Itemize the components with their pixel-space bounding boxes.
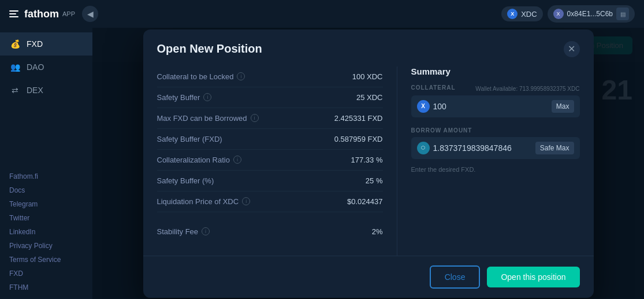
wallet-icon: X — [553, 9, 564, 19]
wallet-address: 0x84E1...5C6b — [567, 10, 613, 18]
safety-buffer-label: Safety Buffer i — [157, 93, 212, 102]
sidebar-link-terms[interactable]: Terms of Service — [0, 253, 92, 267]
sidebar-fxd-label: FXD — [27, 39, 43, 49]
main-content: ⊕ Open Position 21 You have not opened a… — [92, 28, 644, 299]
sidebar-item-fxd[interactable]: 💰 FXD — [0, 32, 92, 56]
safety-buffer-info-icon[interactable]: i — [203, 93, 211, 101]
collateral-locked-label: Collateral to be Locked i — [157, 72, 245, 81]
modal-title: Open New Position — [157, 42, 262, 56]
stability-fee-row: Stability Fee i 2% — [157, 222, 383, 242]
logo-app-label: APP — [62, 10, 75, 17]
sidebar-link-twitter[interactable]: Twitter — [0, 211, 92, 225]
open-this-position-button[interactable]: Open this position — [487, 267, 579, 287]
stability-fee-value: 2% — [372, 227, 383, 236]
sidebar-link-privacy[interactable]: Privacy Policy — [0, 239, 92, 253]
sidebar-link-fthm[interactable]: FTHM — [0, 280, 92, 294]
sidebar-link-fathom[interactable]: Fathom.fi — [0, 169, 92, 183]
safety-buffer-pct-value: 25 % — [366, 176, 383, 185]
topnav-right: X XDC X 0x84E1...5C6b ▤ — [501, 5, 635, 23]
fxd-input-icon: ⬡ — [417, 142, 430, 154]
collateral-locked-value: 100 XDC — [352, 72, 383, 81]
topnav-left: fathom APP ◀ — [9, 6, 98, 22]
xdc-input-icon: X — [417, 100, 430, 113]
safety-buffer-pct-label: Safety Buffer (%) — [157, 176, 214, 185]
hint-text: Enter the desired FXD. — [411, 166, 580, 173]
table-row: Safety Buffer (FXD) 0.587959 FXD — [157, 129, 383, 150]
table-row: Collateralization Ratio i 177.33 % — [157, 150, 383, 171]
table-row: Max FXD can be Borrowed i 2.425331 FXD — [157, 108, 383, 129]
fxd-icon: 💰 — [9, 38, 21, 50]
modal-footer: Close Open this position — [143, 256, 594, 298]
max-fxd-label: Max FXD can be Borrowed i — [157, 114, 259, 123]
wallet-expand-icon[interactable]: ▤ — [616, 8, 629, 20]
close-modal-button[interactable]: Close — [430, 265, 481, 289]
wallet-available-text: Wallet Available: 713.99958932375 XDC — [475, 86, 579, 92]
borrow-input-box: ⬡ 1.8373719839847846 Safe Max — [411, 137, 580, 159]
liquidation-price-value: $0.024437 — [347, 197, 382, 206]
sidebar-link-docs[interactable]: Docs — [0, 183, 92, 197]
safe-max-button[interactable]: Safe Max — [535, 142, 574, 154]
collateral-section-label: COLLATERAL — [411, 84, 456, 91]
borrow-input-value[interactable]: 1.8373719839847846 — [433, 143, 512, 153]
logo: fathom APP — [9, 8, 75, 20]
hamburger-icon — [9, 10, 18, 17]
safety-buffer-value: 25 XDC — [356, 93, 383, 102]
collateral-ratio-label: Collateralization Ratio i — [157, 156, 241, 164]
top-navbar: fathom APP ◀ X XDC X 0x84E1...5C6b ▤ — [0, 0, 644, 28]
table-row: Safety Buffer i 25 XDC — [157, 87, 383, 108]
open-position-modal: Open New Position ✕ Collateral to be Loc… — [143, 29, 594, 298]
sidebar-link-telegram[interactable]: Telegram — [0, 197, 92, 211]
safety-buffer-fxd-label: Safety Buffer (FXD) — [157, 135, 222, 143]
collateral-ratio-value: 177.33 % — [351, 156, 383, 164]
max-fxd-value: 2.425331 FXD — [334, 114, 383, 123]
modal-body: Collateral to be Locked i 100 XDC Safety… — [143, 67, 594, 256]
safety-buffer-fxd-value: 0.587959 FXD — [334, 135, 383, 143]
table-row: Collateral to be Locked i 100 XDC — [157, 67, 383, 87]
dao-icon: 👥 — [9, 61, 21, 73]
sidebar-dao-label: DAO — [27, 62, 44, 72]
back-button[interactable]: ◀ — [82, 6, 98, 22]
max-button[interactable]: Max — [552, 100, 574, 113]
sidebar: 💰 FXD 👥 DAO ⇄ DEX Fathom.fi Docs Telegra… — [0, 28, 92, 299]
sidebar-dex-label: DEX — [27, 86, 43, 95]
stability-fee-info-icon[interactable]: i — [202, 227, 210, 235]
max-fxd-info-icon[interactable]: i — [251, 114, 259, 122]
modal-left-panel: Collateral to be Locked i 100 XDC Safety… — [143, 67, 397, 256]
stability-fee-label: Stability Fee i — [157, 227, 210, 236]
sidebar-link-linkedin[interactable]: LinkedIn — [0, 225, 92, 239]
xdc-token-icon: X — [507, 9, 518, 19]
modal-right-panel: Summary COLLATERAL Wallet Available: 713… — [397, 67, 594, 256]
collateral-input-box: X 100 Max — [411, 95, 580, 117]
sidebar-link-fxd[interactable]: FXD — [0, 267, 92, 280]
summary-title: Summary — [411, 67, 580, 76]
modal-header: Open New Position ✕ — [143, 29, 594, 67]
wallet-badge[interactable]: X 0x84E1...5C6b ▤ — [548, 5, 635, 23]
borrow-section-label: BORROW AMOUNT — [411, 127, 472, 134]
token-badge[interactable]: X XDC — [501, 6, 542, 21]
token-label: XDC — [521, 10, 537, 19]
collateral-locked-info-icon[interactable]: i — [237, 72, 245, 80]
dex-icon: ⇄ — [9, 84, 21, 96]
modal-close-x-button[interactable]: ✕ — [564, 41, 580, 57]
collateral-input-left: X 100 — [417, 100, 446, 113]
table-row: Safety Buffer (%) 25 % — [157, 171, 383, 191]
table-row: Liquidation Price of XDC i $0.024437 — [157, 191, 383, 212]
collateral-input-value[interactable]: 100 — [433, 102, 446, 111]
sidebar-item-dex[interactable]: ⇄ DEX — [0, 79, 92, 102]
sidebar-item-dao[interactable]: 👥 DAO — [0, 56, 92, 79]
liquidation-price-label: Liquidation Price of XDC i — [157, 197, 251, 206]
liquidation-price-info-icon[interactable]: i — [242, 197, 250, 205]
collateral-ratio-info-icon[interactable]: i — [233, 156, 241, 164]
borrow-input-left: ⬡ 1.8373719839847846 — [417, 142, 512, 154]
logo-text: fathom — [24, 8, 59, 20]
